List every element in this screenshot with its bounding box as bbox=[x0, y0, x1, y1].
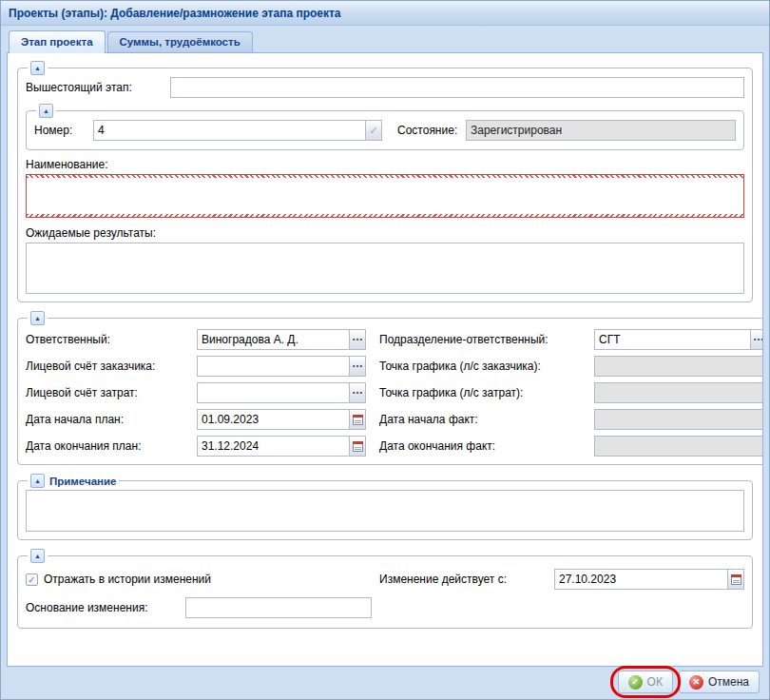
fieldset-number-state: ▲ Номер: ✓ Состояние: bbox=[26, 104, 744, 150]
history-checkbox[interactable]: ✓ bbox=[26, 574, 38, 586]
calendar-icon bbox=[353, 415, 363, 425]
number-field: ✓ bbox=[93, 120, 382, 141]
ellipsis-icon: … bbox=[352, 334, 363, 345]
change-effective-date-label: Изменение действует с: bbox=[379, 573, 554, 586]
number-input[interactable] bbox=[93, 120, 366, 141]
window-titlebar: Проекты (этапы): Добавление/размножение … bbox=[1, 1, 769, 26]
name-textarea[interactable] bbox=[26, 174, 744, 218]
customer-account-browse-trigger[interactable]: … bbox=[349, 356, 366, 377]
change-reason-input[interactable] bbox=[185, 597, 372, 618]
tab-strip: Этап проекта Суммы, трудоёмкость bbox=[1, 26, 769, 52]
dialog-window: Проекты (этапы): Добавление/размножение … bbox=[0, 0, 770, 700]
responsible-department-browse-trigger[interactable]: … bbox=[750, 329, 763, 350]
customer-account-label: Лицевой счёт заказчика: bbox=[26, 360, 197, 373]
responsible-department-label: Подразделение-ответственный: bbox=[379, 333, 594, 346]
change-effective-date-field bbox=[554, 569, 744, 590]
ellipsis-icon: … bbox=[352, 387, 363, 399]
responsible-label: Ответственный: bbox=[26, 333, 197, 346]
fieldset-change-history: ▲ ✓ Отражать в истории изменений Изменен… bbox=[17, 549, 753, 629]
number-state-row: Номер: ✓ Состояние: bbox=[34, 120, 736, 141]
tab-sums[interactable]: Суммы, трудоёмкость bbox=[107, 31, 253, 52]
end-date-plan-input[interactable] bbox=[197, 436, 350, 457]
collapse-up-icon[interactable]: ▲ bbox=[30, 61, 45, 75]
start-date-fact-readonly-field bbox=[594, 409, 763, 430]
form-panel: ▲ Вышестоящий этап: ▲ Номер: ✓ bbox=[7, 52, 763, 667]
collapse-up-icon[interactable]: ▲ bbox=[30, 311, 45, 325]
ellipsis-icon: … bbox=[753, 334, 763, 345]
ok-button-label: ОК bbox=[647, 675, 663, 689]
end-date-plan-calendar-trigger[interactable] bbox=[349, 436, 366, 457]
customer-account-field: … bbox=[197, 356, 366, 377]
responsible-department-field: … bbox=[594, 329, 763, 350]
cost-account-label: Лицевой счёт затрат: bbox=[26, 386, 197, 399]
calendar-icon bbox=[731, 574, 741, 585]
details-grid: Ответственный: … Подразделение-ответстве… bbox=[26, 329, 763, 457]
name-label: Наименование: bbox=[26, 158, 108, 171]
history-row: ✓ Отражать в истории изменений Изменение… bbox=[26, 569, 744, 590]
fieldset-note: ▲ Примечание bbox=[17, 474, 753, 540]
change-effective-date-calendar-trigger[interactable] bbox=[727, 569, 744, 590]
responsible-field: … bbox=[197, 329, 366, 350]
change-reason-label: Основание изменения: bbox=[26, 601, 185, 614]
cancel-button[interactable]: ✕ Отмена bbox=[679, 671, 760, 693]
parent-stage-input[interactable] bbox=[170, 77, 744, 98]
window-title: Проекты (этапы): Добавление/размножение … bbox=[9, 7, 341, 20]
check-icon: ✓ bbox=[369, 125, 377, 137]
tab-stage[interactable]: Этап проекта bbox=[9, 30, 106, 53]
cost-account-browse-trigger[interactable]: … bbox=[349, 382, 366, 403]
parent-stage-row: Вышестоящий этап: bbox=[26, 77, 744, 98]
cancel-button-label: Отмена bbox=[708, 675, 749, 689]
number-check-trigger[interactable]: ✓ bbox=[365, 120, 382, 141]
customer-schedule-point-label: Точка графика (л/с заказчика): bbox=[379, 360, 594, 373]
customer-account-input[interactable] bbox=[197, 356, 350, 377]
note-legend-title: Примечание bbox=[49, 476, 116, 487]
footer-toolbar: ✓ ОК ✕ Отмена bbox=[1, 667, 769, 699]
history-checkbox-label: Отражать в истории изменений bbox=[44, 573, 211, 586]
expected-results-textarea[interactable] bbox=[26, 243, 744, 294]
cancel-x-icon: ✕ bbox=[689, 675, 703, 690]
end-date-fact-label: Дата окончания факт: bbox=[379, 439, 594, 453]
number-label: Номер: bbox=[34, 124, 93, 137]
expected-results-label: Ожидаемые результаты: bbox=[26, 226, 156, 240]
responsible-input[interactable] bbox=[197, 329, 350, 350]
start-date-plan-field bbox=[197, 409, 366, 430]
note-textarea[interactable] bbox=[26, 490, 744, 532]
start-date-plan-input[interactable] bbox=[197, 409, 350, 430]
start-date-plan-calendar-trigger[interactable] bbox=[349, 409, 366, 430]
ok-button[interactable]: ✓ ОК bbox=[618, 671, 673, 693]
cost-account-field: … bbox=[197, 382, 366, 403]
collapse-up-icon[interactable]: ▲ bbox=[39, 104, 53, 118]
fieldset-stage-info: ▲ Вышестоящий этап: ▲ Номер: ✓ bbox=[17, 61, 753, 302]
parent-stage-label: Вышестоящий этап: bbox=[26, 81, 170, 94]
change-reason-row: Основание изменения: bbox=[26, 597, 744, 618]
ok-check-icon: ✓ bbox=[628, 675, 643, 690]
ellipsis-icon: … bbox=[352, 360, 363, 372]
start-date-plan-label: Дата начала план: bbox=[26, 413, 197, 426]
calendar-icon bbox=[353, 441, 363, 452]
state-label: Состояние: bbox=[397, 124, 466, 137]
state-readonly-field bbox=[466, 120, 736, 141]
start-date-fact-label: Дата начала факт: bbox=[379, 413, 594, 426]
responsible-department-input[interactable] bbox=[594, 329, 751, 350]
cost-schedule-point-label: Точка графика (л/с затрат): bbox=[379, 386, 594, 399]
cost-schedule-point-readonly-field bbox=[594, 382, 763, 403]
end-date-plan-field bbox=[197, 436, 366, 457]
fieldset-details: ▲ Ответственный: … Подразделение-ответст… bbox=[17, 311, 763, 465]
collapse-up-icon[interactable]: ▲ bbox=[30, 474, 45, 488]
customer-schedule-point-readonly-field bbox=[594, 356, 763, 377]
responsible-browse-trigger[interactable]: … bbox=[349, 329, 366, 350]
collapse-up-icon[interactable]: ▲ bbox=[30, 549, 45, 563]
end-date-fact-readonly-field bbox=[594, 436, 763, 457]
change-effective-date-input[interactable] bbox=[554, 569, 728, 590]
end-date-plan-label: Дата окончания план: bbox=[26, 439, 197, 453]
cost-account-input[interactable] bbox=[197, 382, 350, 403]
